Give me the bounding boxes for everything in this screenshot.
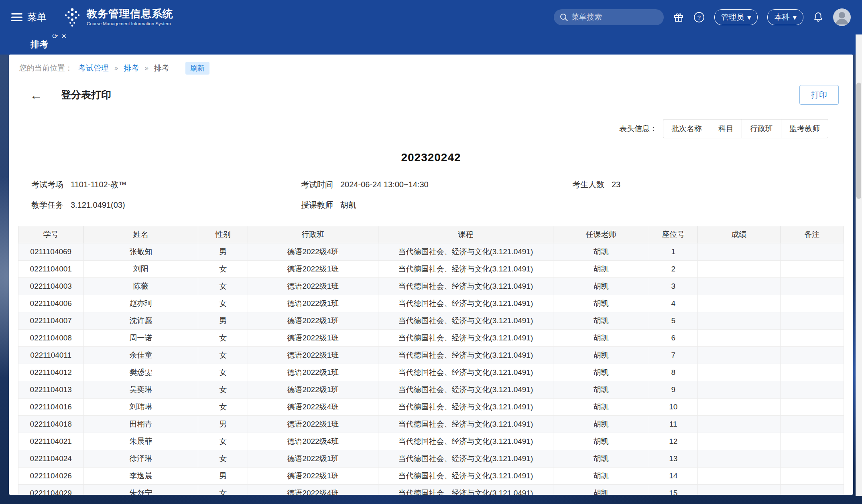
table-cell (697, 278, 780, 295)
breadcrumb-link-exam-management[interactable]: 考试管理 (78, 63, 109, 73)
table-cell (780, 485, 844, 495)
table-cell (697, 381, 780, 399)
table-cell: 当代德国社会、经济与文化(3.121.0491) (378, 468, 553, 485)
table-cell: 女 (198, 330, 248, 347)
table-row: 0221104008周一诺女德语2022级1班当代德国社会、经济与文化(3.12… (18, 330, 844, 347)
role-dropdown[interactable]: 管理员 ▾ (714, 9, 758, 25)
table-cell: 胡凯 (553, 312, 649, 330)
column-header: 课程 (378, 226, 553, 243)
table-cell: 德语2022级4班 (248, 485, 378, 495)
print-button[interactable]: 打印 (799, 85, 839, 105)
app-logo: 教务管理信息系统 Course Management Information S… (63, 7, 173, 28)
info-value: 3.121.0491(03) (71, 200, 125, 210)
table-cell: 胡凯 (553, 347, 649, 364)
table-cell: 胡凯 (553, 278, 649, 295)
search-input[interactable] (554, 9, 664, 25)
table-cell (780, 381, 844, 399)
table-cell: 14 (649, 468, 697, 485)
breadcrumb-link-paikao[interactable]: 排考 (124, 63, 139, 73)
table-cell: 15 (649, 485, 697, 495)
chevron-down-icon: ▾ (747, 13, 751, 22)
table-cell: 当代德国社会、经济与文化(3.121.0491) (378, 261, 553, 278)
svg-text:?: ? (697, 14, 701, 21)
table-cell: 赵亦珂 (83, 295, 198, 312)
table-cell: 胡凯 (553, 416, 649, 433)
table-cell: 胡凯 (553, 295, 649, 312)
table-cell: 余佳童 (83, 347, 198, 364)
table-cell (697, 261, 780, 278)
table-cell: 德语2022级1班 (248, 381, 378, 399)
app-titles: 教务管理信息系统 Course Management Information S… (87, 8, 173, 26)
field-button-proctor[interactable]: 监考教师 (781, 119, 828, 138)
table-cell: 周一诺 (83, 330, 198, 347)
scrollbar-thumb[interactable] (856, 83, 861, 199)
info-value: 胡凯 (340, 200, 356, 211)
breadcrumb: 您的当前位置： 考试管理 » 排考 » 排考 刷新 (9, 55, 853, 75)
table-cell (697, 416, 780, 433)
table-cell (697, 468, 780, 485)
table-row: 0221104001刘阳女德语2022级1班当代德国社会、经济与文化(3.121… (18, 261, 844, 278)
column-header: 性别 (198, 226, 248, 243)
role-label: 管理员 (721, 12, 744, 22)
page-header: ← 登分表打印 打印 (9, 75, 853, 105)
table-row: 0221104012樊愻雯女德语2022级1班当代德国社会、经济与文化(3.12… (18, 364, 844, 381)
breadcrumb-separator-icon: » (144, 64, 148, 72)
field-button-batch-name[interactable]: 批次名称 (663, 119, 710, 138)
table-cell: 9 (649, 381, 697, 399)
table-cell: 当代德国社会、经济与文化(3.121.0491) (378, 399, 553, 416)
table-cell: 0221104011 (18, 347, 84, 364)
info-value: 1101-1102-教™ (71, 179, 126, 190)
table-cell: 0221104008 (18, 330, 84, 347)
table-cell: 女 (198, 399, 248, 416)
table-cell: 德语2022级1班 (248, 330, 378, 347)
table-cell (697, 433, 780, 450)
refresh-button[interactable]: 刷新 (185, 62, 209, 75)
table-cell: 3 (649, 278, 697, 295)
table-cell: 男 (198, 312, 248, 330)
chevron-down-icon: ▾ (793, 13, 797, 22)
table-cell: 8 (649, 364, 697, 381)
table-cell (697, 312, 780, 330)
table-cell: 胡凯 (553, 450, 649, 468)
back-button[interactable]: ← (30, 89, 43, 101)
tab-paikao[interactable]: 排考 ⟳ ✕ (30, 38, 48, 51)
table-cell: 德语2022级1班 (248, 416, 378, 433)
table-cell: 张敬知 (83, 243, 198, 261)
table-cell: 1 (649, 243, 697, 261)
table-cell: 德语2022级1班 (248, 295, 378, 312)
info-label: 考试时间 (301, 179, 333, 190)
table-cell: 德语2022级4班 (248, 399, 378, 416)
gift-button[interactable] (673, 12, 684, 22)
info-label: 考试考场 (31, 179, 63, 190)
field-button-subject[interactable]: 科目 (710, 119, 742, 138)
bell-icon (813, 12, 823, 23)
app-title: 教务管理信息系统 (87, 8, 173, 20)
table-cell: 德语2022级4班 (248, 243, 378, 261)
table-cell: 当代德国社会、经济与文化(3.121.0491) (378, 278, 553, 295)
table-cell: 0221104013 (18, 381, 84, 399)
table-row: 0221104029朱舒宁女德语2022级4班当代德国社会、经济与文化(3.12… (18, 485, 844, 495)
user-avatar[interactable] (833, 8, 851, 26)
field-button-admin-class[interactable]: 行政班 (742, 119, 781, 138)
table-cell: 10 (649, 399, 697, 416)
navbar-left: 菜单 (11, 7, 173, 28)
table-cell (780, 278, 844, 295)
table-row: 0221104026李逸晨男德语2022级1班当代德国社会、经济与文化(3.12… (18, 468, 844, 485)
help-button[interactable]: ? (693, 12, 705, 23)
table-cell (697, 450, 780, 468)
table-cell: 朱晨菲 (83, 433, 198, 450)
scope-label: 本科 (774, 12, 789, 22)
table-cell: 德语2022级4班 (248, 433, 378, 450)
breadcrumb-separator-icon: » (114, 64, 118, 72)
table-cell (780, 399, 844, 416)
menu-button[interactable]: 菜单 (11, 11, 47, 24)
table-cell: 女 (198, 381, 248, 399)
scope-dropdown[interactable]: 本科 ▾ (767, 9, 803, 25)
notifications-button[interactable] (813, 12, 823, 23)
scrollbar[interactable] (856, 34, 862, 496)
column-header: 学号 (18, 226, 84, 243)
table-cell (780, 364, 844, 381)
table-cell: 德语2022级1班 (248, 364, 378, 381)
info-lecturer: 授课教师 胡凯 (301, 200, 572, 211)
table-cell: 胡凯 (553, 243, 649, 261)
